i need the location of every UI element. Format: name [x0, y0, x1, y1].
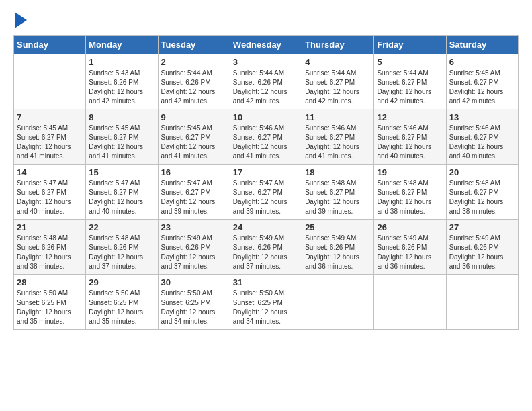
- calendar-cell: 19Sunrise: 5:48 AMSunset: 6:27 PMDayligh…: [374, 165, 446, 220]
- calendar-cell: 24Sunrise: 5:49 AMSunset: 6:26 PMDayligh…: [230, 220, 302, 275]
- day-info: Sunrise: 5:48 AMSunset: 6:27 PMDaylight:…: [449, 179, 515, 216]
- calendar-week-row: 1Sunrise: 5:43 AMSunset: 6:26 PMDaylight…: [14, 54, 519, 109]
- day-number: 14: [17, 167, 83, 177]
- calendar-cell: 6Sunrise: 5:45 AMSunset: 6:27 PMDaylight…: [446, 54, 518, 109]
- day-info: Sunrise: 5:49 AMSunset: 6:26 PMDaylight:…: [377, 234, 443, 271]
- calendar-table: SundayMondayTuesdayWednesdayThursdayFrid…: [13, 35, 519, 330]
- day-number: 23: [161, 222, 227, 232]
- day-info: Sunrise: 5:47 AMSunset: 6:27 PMDaylight:…: [17, 179, 83, 216]
- calendar-cell: [446, 275, 518, 330]
- weekday-header-tuesday: Tuesday: [158, 36, 230, 54]
- day-info: Sunrise: 5:47 AMSunset: 6:27 PMDaylight:…: [89, 179, 154, 216]
- day-info: Sunrise: 5:49 AMSunset: 6:26 PMDaylight:…: [449, 234, 515, 271]
- day-number: 31: [233, 277, 299, 287]
- day-info: Sunrise: 5:50 AMSunset: 6:25 PMDaylight:…: [89, 289, 154, 326]
- calendar-cell: 3Sunrise: 5:44 AMSunset: 6:26 PMDaylight…: [230, 54, 302, 109]
- calendar-cell: 15Sunrise: 5:47 AMSunset: 6:27 PMDayligh…: [86, 165, 158, 220]
- day-number: 17: [233, 167, 299, 177]
- day-number: 5: [377, 57, 443, 67]
- calendar-cell: 31Sunrise: 5:50 AMSunset: 6:25 PMDayligh…: [230, 275, 302, 330]
- day-info: Sunrise: 5:45 AMSunset: 6:27 PMDaylight:…: [161, 124, 227, 161]
- day-info: Sunrise: 5:46 AMSunset: 6:27 PMDaylight:…: [305, 124, 371, 161]
- day-info: Sunrise: 5:45 AMSunset: 6:27 PMDaylight:…: [89, 124, 154, 161]
- day-number: 1: [89, 57, 154, 67]
- day-number: 25: [305, 222, 371, 232]
- day-number: 4: [305, 57, 371, 67]
- day-number: 11: [305, 112, 371, 122]
- calendar-cell: 25Sunrise: 5:49 AMSunset: 6:26 PMDayligh…: [302, 220, 374, 275]
- calendar-week-row: 14Sunrise: 5:47 AMSunset: 6:27 PMDayligh…: [14, 165, 519, 220]
- weekday-header-friday: Friday: [374, 36, 446, 54]
- calendar-cell: 2Sunrise: 5:44 AMSunset: 6:26 PMDaylight…: [158, 54, 230, 109]
- day-number: 22: [89, 222, 154, 232]
- calendar-cell: 8Sunrise: 5:45 AMSunset: 6:27 PMDaylight…: [86, 109, 158, 165]
- calendar-cell: 28Sunrise: 5:50 AMSunset: 6:25 PMDayligh…: [14, 275, 86, 330]
- day-info: Sunrise: 5:47 AMSunset: 6:27 PMDaylight:…: [161, 179, 227, 216]
- day-number: 27: [449, 222, 515, 232]
- calendar-cell: 23Sunrise: 5:49 AMSunset: 6:26 PMDayligh…: [158, 220, 230, 275]
- day-info: Sunrise: 5:48 AMSunset: 6:27 PMDaylight:…: [377, 179, 443, 216]
- day-info: Sunrise: 5:45 AMSunset: 6:27 PMDaylight:…: [17, 124, 83, 161]
- calendar-cell: [14, 54, 86, 109]
- day-number: 21: [17, 222, 83, 232]
- day-number: 10: [233, 112, 299, 122]
- day-info: Sunrise: 5:48 AMSunset: 6:27 PMDaylight:…: [305, 179, 371, 216]
- calendar-cell: 27Sunrise: 5:49 AMSunset: 6:26 PMDayligh…: [446, 220, 518, 275]
- calendar-cell: 30Sunrise: 5:50 AMSunset: 6:25 PMDayligh…: [158, 275, 230, 330]
- day-info: Sunrise: 5:49 AMSunset: 6:26 PMDaylight:…: [305, 234, 371, 271]
- calendar-week-row: 21Sunrise: 5:48 AMSunset: 6:26 PMDayligh…: [14, 220, 519, 275]
- day-info: Sunrise: 5:45 AMSunset: 6:27 PMDaylight:…: [449, 68, 515, 106]
- calendar-cell: [302, 275, 374, 330]
- logo: [13, 13, 27, 28]
- calendar-cell: 11Sunrise: 5:46 AMSunset: 6:27 PMDayligh…: [302, 109, 374, 165]
- day-number: 2: [161, 57, 227, 67]
- day-number: 8: [89, 112, 154, 122]
- day-number: 19: [377, 167, 443, 177]
- calendar-cell: 14Sunrise: 5:47 AMSunset: 6:27 PMDayligh…: [14, 165, 86, 220]
- day-number: 24: [233, 222, 299, 232]
- weekday-header-thursday: Thursday: [302, 36, 374, 54]
- weekday-header-monday: Monday: [86, 36, 158, 54]
- calendar-cell: 12Sunrise: 5:46 AMSunset: 6:27 PMDayligh…: [374, 109, 446, 165]
- calendar-cell: 29Sunrise: 5:50 AMSunset: 6:25 PMDayligh…: [86, 275, 158, 330]
- calendar-cell: 13Sunrise: 5:46 AMSunset: 6:27 PMDayligh…: [446, 109, 518, 165]
- day-info: Sunrise: 5:46 AMSunset: 6:27 PMDaylight:…: [449, 124, 515, 161]
- day-info: Sunrise: 5:49 AMSunset: 6:26 PMDaylight:…: [161, 234, 227, 271]
- day-number: 7: [17, 112, 83, 122]
- day-number: 15: [89, 167, 154, 177]
- weekday-header-row: SundayMondayTuesdayWednesdayThursdayFrid…: [14, 36, 519, 54]
- calendar-cell: 5Sunrise: 5:44 AMSunset: 6:27 PMDaylight…: [374, 54, 446, 109]
- calendar-week-row: 28Sunrise: 5:50 AMSunset: 6:25 PMDayligh…: [14, 275, 519, 330]
- calendar-cell: 17Sunrise: 5:47 AMSunset: 6:27 PMDayligh…: [230, 165, 302, 220]
- calendar-cell: 22Sunrise: 5:48 AMSunset: 6:26 PMDayligh…: [86, 220, 158, 275]
- logo-arrow-icon: [15, 12, 27, 28]
- calendar-cell: 26Sunrise: 5:49 AMSunset: 6:26 PMDayligh…: [374, 220, 446, 275]
- day-number: 20: [449, 167, 515, 177]
- calendar-cell: 9Sunrise: 5:45 AMSunset: 6:27 PMDaylight…: [158, 109, 230, 165]
- day-number: 30: [161, 277, 227, 287]
- calendar-cell: 4Sunrise: 5:44 AMSunset: 6:27 PMDaylight…: [302, 54, 374, 109]
- day-info: Sunrise: 5:48 AMSunset: 6:26 PMDaylight:…: [89, 234, 154, 271]
- day-info: Sunrise: 5:44 AMSunset: 6:26 PMDaylight:…: [161, 68, 227, 106]
- day-info: Sunrise: 5:44 AMSunset: 6:26 PMDaylight:…: [233, 68, 299, 106]
- calendar-cell: 16Sunrise: 5:47 AMSunset: 6:27 PMDayligh…: [158, 165, 230, 220]
- day-info: Sunrise: 5:50 AMSunset: 6:25 PMDaylight:…: [17, 289, 83, 326]
- day-info: Sunrise: 5:44 AMSunset: 6:27 PMDaylight:…: [377, 68, 443, 106]
- day-info: Sunrise: 5:50 AMSunset: 6:25 PMDaylight:…: [233, 289, 299, 326]
- day-info: Sunrise: 5:47 AMSunset: 6:27 PMDaylight:…: [233, 179, 299, 216]
- day-number: 6: [449, 57, 515, 67]
- day-number: 12: [377, 112, 443, 122]
- day-info: Sunrise: 5:48 AMSunset: 6:26 PMDaylight:…: [17, 234, 83, 271]
- day-number: 3: [233, 57, 299, 67]
- day-info: Sunrise: 5:44 AMSunset: 6:27 PMDaylight:…: [305, 68, 371, 106]
- weekday-header-sunday: Sunday: [14, 36, 86, 54]
- day-number: 29: [89, 277, 154, 287]
- calendar-cell: 10Sunrise: 5:46 AMSunset: 6:27 PMDayligh…: [230, 109, 302, 165]
- calendar-cell: [374, 275, 446, 330]
- calendar-cell: 20Sunrise: 5:48 AMSunset: 6:27 PMDayligh…: [446, 165, 518, 220]
- weekday-header-saturday: Saturday: [446, 36, 518, 54]
- calendar-cell: 1Sunrise: 5:43 AMSunset: 6:26 PMDaylight…: [86, 54, 158, 109]
- weekday-header-wednesday: Wednesday: [230, 36, 302, 54]
- calendar-week-row: 7Sunrise: 5:45 AMSunset: 6:27 PMDaylight…: [14, 109, 519, 165]
- day-number: 18: [305, 167, 371, 177]
